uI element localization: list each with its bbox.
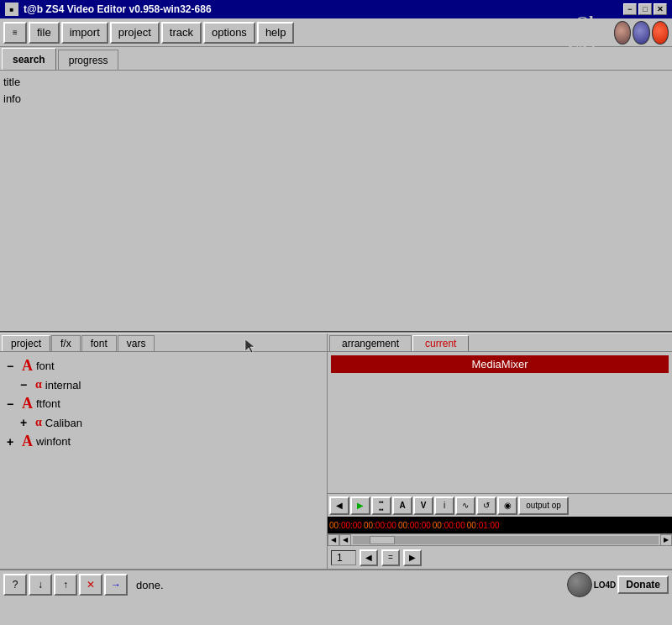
right-tab-arrangement[interactable]: arrangement	[329, 335, 412, 351]
bottom-toolbar: ? ↓ ↑ ✕ → done. LO4D Donate	[0, 569, 672, 599]
font-label: winfont	[36, 435, 71, 448]
right-tab-bar: arrangement current	[328, 334, 672, 352]
bottom-area: project f/x font vars − A font − α inter…	[0, 334, 672, 569]
position-display: 1	[331, 550, 356, 565]
maximize-button[interactable]: □	[638, 3, 652, 15]
expand-icon: −	[7, 360, 18, 373]
menu-track[interactable]: track	[161, 22, 202, 44]
right-panel: arrangement current MediaMixer ◀ ▶ ▪▪▪▪ …	[328, 334, 672, 569]
app-logo: t@b Z54	[568, 18, 669, 47]
scroll-thumb[interactable]	[370, 536, 395, 544]
app-icon: ■	[5, 3, 18, 16]
transport-info[interactable]: i	[434, 496, 454, 515]
expand-icon: +	[20, 416, 32, 429]
right-content: MediaMixer	[328, 352, 672, 493]
window-controls: − □ ✕	[623, 3, 667, 15]
left-tab-vars[interactable]: vars	[118, 335, 155, 351]
lo4d-circle	[567, 572, 592, 597]
expand-icon: −	[20, 378, 32, 391]
app-menu-icon[interactable]: ≡	[3, 22, 27, 44]
window-title: t@b ZS4 Video Editor v0.958-win32-686	[24, 3, 623, 15]
position-prev-button[interactable]: ◀	[360, 549, 378, 566]
font-icon-small: α	[35, 378, 42, 391]
left-tab-bar: project f/x font vars	[0, 334, 327, 352]
font-label: font	[36, 360, 55, 372]
current-item-label: MediaMixer	[331, 355, 669, 373]
transport-checkerboard[interactable]: ▪▪▪▪	[371, 496, 391, 515]
left-tab-font[interactable]: font	[81, 335, 117, 351]
transport-v[interactable]: V	[413, 496, 433, 515]
position-bar: 1 ◀ = ▶	[328, 545, 672, 569]
logo-face2	[633, 21, 649, 45]
toolbar-delete-button[interactable]: ✕	[79, 574, 102, 596]
scroll-track[interactable]	[353, 536, 659, 544]
transport-record[interactable]: ◉	[497, 496, 517, 515]
font-icon-small: α	[35, 416, 42, 429]
status-text: done.	[129, 579, 565, 591]
left-tab-project[interactable]: project	[2, 335, 50, 351]
close-button[interactable]: ✕	[654, 3, 667, 15]
menu-file[interactable]: file	[29, 22, 60, 44]
list-item[interactable]: − A ftfont	[3, 393, 323, 414]
time-seg-1: 00:00:00	[364, 521, 396, 530]
tab-progress[interactable]: progress	[58, 50, 119, 70]
font-label: Caliban	[45, 417, 82, 429]
toolbar-arrow-button[interactable]: →	[104, 574, 128, 596]
tab-search[interactable]: search	[2, 48, 56, 70]
menu-project[interactable]: project	[110, 22, 160, 44]
time-seg-0: 00:00:00	[329, 521, 362, 530]
position-next-button[interactable]: ▶	[403, 549, 422, 566]
logo-face1	[614, 21, 631, 45]
lo4d-logo: LO4D	[567, 572, 617, 597]
transport-bar: ◀ ▶ ▪▪▪▪ A V i ∿ ↺ ◉ output op	[328, 493, 672, 517]
timeline-bar: 00:00:00 00:00:00 00:00:00 00:00:00 00:0…	[328, 517, 672, 533]
list-item[interactable]: − A font	[3, 355, 323, 376]
list-item[interactable]: − α internal	[3, 376, 323, 393]
font-label: ftfont	[36, 397, 60, 410]
menu-help[interactable]: help	[257, 22, 295, 44]
toolbar-import-button[interactable]: ↓	[29, 574, 52, 596]
scroll-left2-button[interactable]: ◀	[339, 534, 351, 546]
main-content: title info	[0, 71, 672, 331]
menu-bar: ≡ file import project track options help…	[0, 18, 672, 47]
scrollbar-area: ◀ ◀ ▶	[328, 533, 672, 545]
menu-options[interactable]: options	[203, 22, 255, 44]
logo-strawberry	[652, 21, 669, 45]
font-icon-large: A	[22, 357, 33, 375]
minimize-button[interactable]: −	[623, 3, 637, 15]
transport-wave[interactable]: ∿	[455, 496, 475, 515]
content-title: title	[3, 74, 669, 91]
position-eq-button[interactable]: =	[381, 549, 400, 566]
content-info: info	[3, 91, 669, 108]
lo4d-text: LO4D	[594, 580, 617, 590]
toolbar-help-button[interactable]: ?	[3, 574, 27, 596]
font-icon-large: A	[22, 395, 33, 412]
list-item[interactable]: + A winfont	[3, 431, 323, 452]
expand-icon: −	[7, 397, 18, 411]
time-seg-4: 00:01:00	[467, 521, 500, 530]
toolbar-export-button[interactable]: ↑	[54, 574, 77, 596]
left-panel: project f/x font vars − A font − α inter…	[0, 334, 328, 569]
transport-loop[interactable]: ↺	[476, 496, 496, 515]
transport-a[interactable]: A	[392, 496, 412, 515]
font-label: internal	[45, 379, 81, 391]
scroll-left-button[interactable]: ◀	[328, 534, 339, 546]
transport-rewind[interactable]: ◀	[329, 496, 349, 515]
expand-icon: +	[7, 435, 18, 449]
time-seg-2: 00:00:00	[398, 521, 431, 530]
transport-play[interactable]: ▶	[350, 496, 370, 515]
list-item[interactable]: + α Caliban	[3, 414, 323, 431]
font-icon-large: A	[22, 433, 33, 450]
transport-output-op[interactable]: output op	[518, 496, 569, 515]
menu-import[interactable]: import	[61, 22, 108, 44]
right-tab-current[interactable]: current	[412, 335, 469, 351]
donate-button[interactable]: Donate	[617, 575, 669, 594]
scroll-right-button[interactable]: ▶	[660, 534, 672, 546]
left-tab-fx[interactable]: f/x	[51, 335, 81, 351]
left-content: − A font − α internal − A ftfont + α Cal…	[0, 352, 327, 569]
time-seg-3: 00:00:00	[433, 521, 465, 530]
